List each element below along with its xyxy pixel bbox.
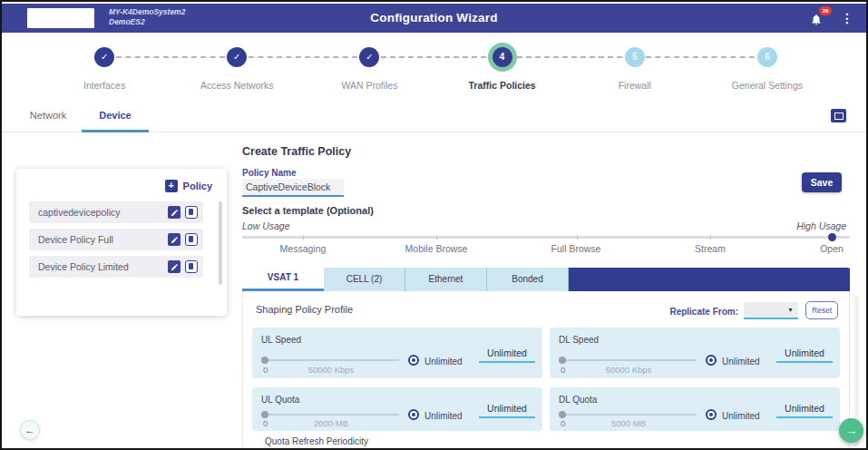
policy-name-input[interactable] [242, 179, 344, 197]
delete-policy-icon[interactable] [185, 260, 198, 273]
low-usage-label: Low Usage [242, 220, 290, 231]
dl-quota-value[interactable]: Unlimited [776, 403, 833, 418]
save-button[interactable]: Save [802, 172, 842, 192]
policy-list-item[interactable]: Device Policy Full [29, 229, 203, 250]
slider-max: 50000 Kbps [561, 365, 697, 375]
edit-policy-icon[interactable] [168, 233, 180, 246]
plus-icon: + [165, 180, 178, 192]
step-traffic-policies[interactable]: 4 Traffic Policies [436, 34, 569, 98]
edit-policy-icon[interactable] [168, 260, 180, 273]
step-general-settings[interactable]: 6 General Settings [701, 34, 834, 98]
tab-bonded[interactable]: Bonded [487, 268, 569, 291]
next-button[interactable]: → [839, 418, 863, 443]
template-option-messaging[interactable]: Messaging [280, 243, 327, 254]
back-button[interactable]: ← [20, 420, 40, 440]
replicate-from-dropdown[interactable]: ▼ [744, 302, 798, 319]
step-label: Access Networks [171, 80, 303, 91]
slider-max: 5000 MB [561, 418, 697, 428]
kebab-menu-icon[interactable]: ⋮ [841, 10, 853, 26]
replicate-from-label: Replicate From: [669, 307, 738, 317]
unlimited-radio-label: Unlimited [722, 357, 760, 367]
unlimited-radio[interactable] [706, 355, 717, 366]
template-slider-handle[interactable] [828, 233, 836, 241]
panel-title: UL Speed [261, 335, 301, 345]
tab-vsat-1[interactable]: VSAT 1 [242, 268, 324, 291]
tab-cell[interactable]: CELL (2) [324, 268, 405, 291]
edit-policy-icon[interactable] [168, 206, 180, 219]
template-option-stream[interactable]: Stream [695, 243, 726, 254]
notification-badge: 29 [819, 6, 832, 15]
shaping-section-title: Shaping Policy Profile [256, 304, 353, 315]
ul-speed-slider[interactable] [263, 359, 399, 361]
add-policy-button[interactable]: + Policy [165, 180, 212, 192]
notifications-button[interactable]: 29 [808, 9, 826, 27]
slider-tick [577, 235, 578, 240]
template-option-full-browse[interactable]: Full Browse [551, 243, 601, 254]
template-option-open[interactable]: Open [820, 243, 844, 254]
panel-title: UL Quota [261, 395, 299, 405]
next-arrow-icon: → [845, 424, 857, 437]
policy-list-item[interactable]: captivedevicepolicy [29, 201, 203, 223]
slider-tick [710, 235, 711, 240]
configuration-wizard-screen: MY-K4DemoSystem2 DemoES2 Configuration W… [0, 0, 868, 450]
ul-quota-slider[interactable] [263, 414, 399, 416]
panel-title: DL Speed [559, 335, 599, 345]
panel-title: DL Quota [559, 395, 597, 405]
dl-speed-panel: DL Speed 0 50000 Kbps Unlimited Unlimite… [550, 328, 840, 378]
tab-ethernet[interactable]: Ethernet [405, 268, 487, 291]
step-interfaces[interactable]: ✓ Interfaces [38, 34, 171, 98]
ul-speed-value[interactable]: Unlimited [479, 347, 535, 363]
ul-quota-panel: UL Quota 0 2000 MB Unlimited Unlimited [252, 387, 542, 431]
unlimited-radio[interactable] [706, 409, 717, 420]
add-policy-label: Policy [183, 181, 212, 191]
check-icon: ✓ [227, 47, 247, 67]
dl-quota-slider[interactable] [561, 414, 697, 416]
step-firewall[interactable]: 5 Firewall [569, 34, 701, 98]
step-number: 5 [625, 47, 645, 67]
back-arrow-icon: ← [25, 425, 35, 435]
create-policy-title: Create Traffic Policy [242, 145, 351, 158]
step-label: General Settings [701, 80, 834, 91]
step-label: Firewall [569, 80, 701, 91]
policy-name: Device Policy Full [38, 234, 113, 245]
delete-policy-icon[interactable] [185, 206, 198, 219]
slider-tick [303, 235, 304, 240]
policy-list-card: + Policy captivedevicepolicy Device Poli… [16, 169, 227, 316]
slider-handle[interactable] [559, 357, 566, 364]
quota-refresh-periodicity-label: Quota Refresh Periodicity [265, 436, 368, 446]
expand-panel-icon[interactable] [831, 109, 846, 122]
slider-max: 50000 Kbps [263, 365, 399, 375]
slider-handle[interactable] [559, 411, 566, 418]
template-option-mobile-browse[interactable]: Mobile Browse [405, 243, 468, 254]
step-access-networks[interactable]: ✓ Access Networks [171, 34, 303, 98]
delete-policy-icon[interactable] [185, 233, 198, 246]
slider-max: 2000 MB [263, 418, 399, 428]
wizard-stepper: ✓ Interfaces ✓ Access Networks ✓ WAN Pro… [2, 34, 868, 98]
interface-tab-bar: VSAT 1 CELL (2) Ethernet Bonded [242, 268, 850, 291]
policy-list-scrollbar[interactable] [219, 201, 222, 285]
step-label: Interfaces [38, 80, 171, 91]
slider-tick [436, 235, 437, 240]
tab-device[interactable]: Device [82, 100, 149, 132]
tab-network[interactable]: Network [15, 100, 82, 132]
shaping-policy-section: Shaping Policy Profile Replicate From: ▼… [242, 291, 850, 450]
ul-quota-value[interactable]: Unlimited [479, 403, 535, 418]
template-slider-track[interactable] [242, 236, 850, 239]
dl-speed-value[interactable]: Unlimited [776, 347, 833, 363]
slider-handle[interactable] [261, 411, 268, 418]
dl-speed-slider[interactable] [561, 359, 697, 361]
unlimited-radio-label: Unlimited [424, 357, 463, 367]
step-wan-profiles[interactable]: ✓ WAN Profiles [303, 34, 435, 98]
high-usage-label: High Usage [796, 220, 846, 231]
unlimited-radio-label: Unlimited [722, 411, 760, 421]
app-header: MY-K4DemoSystem2 DemoES2 Configuration W… [2, 4, 866, 33]
policy-name-label: Policy Name [242, 168, 296, 178]
unlimited-radio[interactable] [408, 355, 419, 366]
unlimited-radio[interactable] [408, 409, 419, 420]
slider-handle[interactable] [261, 357, 268, 364]
policy-name: Device Policy Limited [38, 261, 129, 272]
unlimited-radio-label: Unlimited [424, 411, 463, 421]
reset-button[interactable]: Reset [805, 301, 838, 319]
policy-list-item[interactable]: Device Policy Limited [29, 256, 203, 278]
check-icon: ✓ [94, 47, 114, 67]
